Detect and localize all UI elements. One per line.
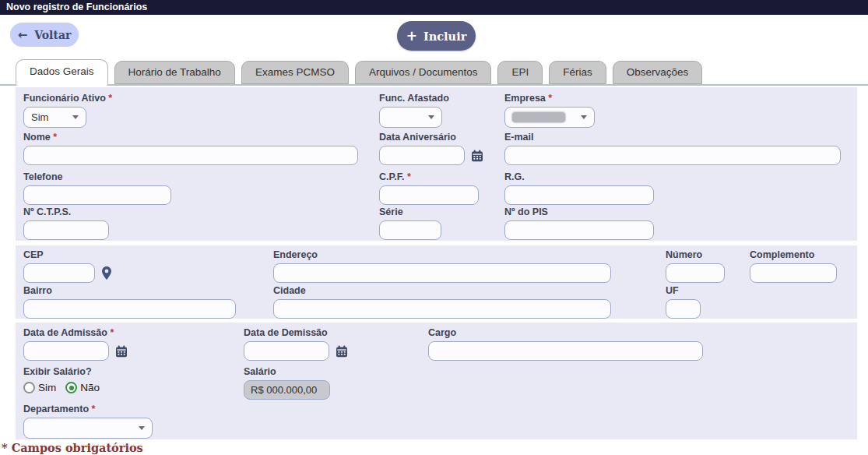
arrow-left-icon: ← — [18, 28, 28, 42]
cpf-input[interactable] — [379, 185, 479, 205]
telefone-input[interactable] — [23, 185, 171, 205]
salario-input — [244, 380, 330, 400]
radio-circle-icon[interactable] — [65, 382, 77, 393]
add-button[interactable]: + Incluir — [397, 21, 476, 51]
endereco-input[interactable] — [273, 263, 611, 283]
serie-input[interactable] — [379, 220, 441, 240]
tab-epi[interactable]: EPI — [497, 61, 543, 84]
ctps-input[interactable] — [23, 220, 109, 240]
field-label: UF — [666, 285, 701, 296]
map-pin-icon[interactable] — [101, 266, 112, 280]
plus-icon: + — [406, 30, 417, 43]
field-label: Salário — [244, 366, 330, 377]
field-label: Complemento — [750, 249, 837, 260]
redacted-value — [512, 112, 565, 122]
field-label: Func. Afastado — [379, 93, 449, 104]
field-label: R.G. — [504, 171, 654, 182]
field-label: Funcionário Ativo * — [23, 93, 112, 104]
tab-ferias[interactable]: Férias — [549, 61, 606, 84]
panel-dados-gerais: Funcionário Ativo * Sim Func. Afastado E… — [16, 87, 857, 241]
chevron-down-icon — [428, 115, 434, 119]
field-label: Bairro — [23, 285, 236, 296]
back-button[interactable]: ← Voltar — [10, 23, 79, 47]
field-label: Número — [666, 249, 725, 260]
calendar-icon[interactable] — [471, 150, 483, 162]
radio-nao-label: Não — [80, 382, 100, 393]
panel-endereco: CEP Endereço Número Complemento Bairro — [16, 245, 857, 319]
bairro-input[interactable] — [23, 299, 236, 319]
field-label: Data de Admissão * — [23, 327, 128, 338]
field-label: Departamento * — [23, 404, 153, 414]
tab-dados-gerais[interactable]: Dados Gerais — [16, 59, 108, 86]
field-label: Cidade — [273, 285, 611, 296]
panel-dados-trabalho: Data de Admissão * Data de Demissão Carg… — [16, 323, 857, 439]
field-label: CEP — [23, 249, 112, 260]
data-admissao-input[interactable] — [23, 341, 109, 361]
chevron-down-icon — [72, 115, 79, 119]
back-button-label: Voltar — [34, 29, 71, 41]
rg-input[interactable] — [504, 185, 654, 205]
tab-bar: Dados Gerais Horário de Trabalho Exames … — [0, 60, 868, 86]
radio-circle-icon[interactable] — [23, 382, 35, 393]
field-label: Cargo — [428, 327, 703, 338]
radio-nao[interactable]: Não — [65, 382, 100, 393]
field-label: Empresa * — [504, 93, 595, 104]
field-label: Exibir Salário? — [23, 366, 100, 377]
field-label: Data de Demissão — [244, 327, 348, 338]
field-label: Nº C.T.P.S. — [23, 206, 109, 217]
complemento-input[interactable] — [750, 263, 837, 283]
radio-sim-label: Sim — [38, 382, 56, 393]
field-label: Nome * — [23, 132, 358, 143]
cep-input[interactable] — [23, 263, 95, 283]
data-demissao-input[interactable] — [244, 341, 329, 361]
exibir-salario-radio-group: Sim Não — [23, 382, 100, 393]
page-title: Novo registro de Funcionários — [0, 0, 868, 15]
chevron-down-icon — [581, 115, 587, 119]
field-label: Nº do PIS — [504, 206, 654, 217]
uf-input[interactable] — [666, 299, 701, 319]
departamento-select[interactable] — [23, 418, 153, 439]
funcionario-ativo-select[interactable]: Sim — [23, 107, 86, 128]
funcionario-ativo-value: Sim — [31, 111, 48, 123]
tab-horario-de-trabalho[interactable]: Horário de Trabalho — [114, 61, 235, 84]
empresa-select[interactable] — [504, 107, 595, 128]
field-label: Endereço — [273, 249, 611, 260]
tab-exames-pcmso[interactable]: Exames PCMSO — [241, 61, 349, 84]
email-input[interactable] — [504, 146, 841, 165]
func-afastado-select[interactable] — [379, 107, 442, 128]
calendar-icon[interactable] — [115, 345, 128, 358]
add-button-label: Incluir — [423, 30, 466, 43]
tab-observacoes[interactable]: Observações — [613, 61, 703, 84]
required-fields-note: * Campos obrigatórios — [2, 441, 143, 454]
data-aniversario-input[interactable] — [379, 146, 465, 165]
tab-arquivos-documentos[interactable]: Arquivos / Documentos — [355, 61, 492, 84]
calendar-icon[interactable] — [336, 345, 348, 358]
numero-input[interactable] — [666, 263, 725, 283]
chevron-down-icon — [139, 426, 145, 430]
field-label: E-mail — [504, 132, 841, 143]
radio-sim[interactable]: Sim — [23, 382, 56, 393]
pis-input[interactable] — [504, 220, 654, 240]
field-label: Telefone — [23, 171, 171, 182]
nome-input[interactable] — [23, 146, 358, 165]
field-label: Data Aniversário — [379, 132, 483, 143]
cidade-input[interactable] — [273, 299, 611, 319]
field-label: Série — [379, 206, 441, 217]
field-label: C.P.F. * — [379, 171, 479, 182]
cargo-input[interactable] — [428, 341, 703, 361]
